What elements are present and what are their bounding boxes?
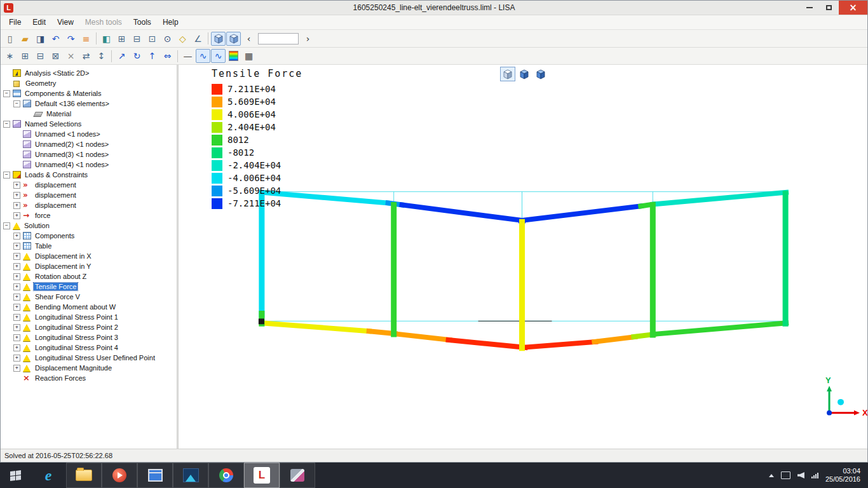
collapse-icon[interactable]: − xyxy=(3,222,10,229)
tree-item-displacement-in-y[interactable]: +Displacement in Y xyxy=(1,261,177,271)
graphics-app-icon[interactable] xyxy=(280,463,315,488)
tree-item-longitudinal-stress-point-3[interactable]: +Longitudinal Stress Point 3 xyxy=(1,332,177,342)
list-button[interactable]: ≡ xyxy=(79,32,93,46)
zoom-button[interactable]: ⊙ xyxy=(160,32,175,46)
app-window-icon[interactable] xyxy=(137,463,173,488)
tree-item-displacement-magnitude[interactable]: +Displacement Magnitude xyxy=(1,363,177,373)
tree-item-named-selections[interactable]: −Named Selections xyxy=(1,119,177,129)
tree-item-table[interactable]: +Table xyxy=(1,241,177,251)
expand-icon[interactable]: + xyxy=(13,192,20,199)
tree-item-unnamed-4[interactable]: Unnamed(4) <1 nodes> xyxy=(1,159,177,170)
fit-view-button[interactable]: ◇ xyxy=(175,32,190,46)
expand-icon[interactable]: + xyxy=(13,334,20,341)
collapse-icon[interactable]: − xyxy=(3,172,10,179)
zoom-window-button[interactable]: ⊡ xyxy=(145,32,159,46)
minimize-button[interactable] xyxy=(799,1,819,15)
tree-item-displacement-in-x[interactable]: +Displacement in X xyxy=(1,251,177,261)
network-icon[interactable] xyxy=(781,471,790,479)
tree-item-analysis[interactable]: Analysis <Static 2D> xyxy=(1,68,177,78)
tree-item-longitudinal-stress-user-defined-point[interactable]: +Longitudinal Stress User Defined Point xyxy=(1,353,177,363)
expand-icon[interactable]: + xyxy=(13,314,20,321)
collapse-icon[interactable]: − xyxy=(13,100,20,107)
lisa-icon[interactable]: L xyxy=(244,463,280,488)
menu-tools[interactable]: Tools xyxy=(128,15,157,29)
expand-icon[interactable]: + xyxy=(13,273,20,280)
tree-item-unnamed-3[interactable]: Unnamed(3) <1 nodes> xyxy=(1,149,177,159)
perspective-view-button[interactable] xyxy=(533,67,548,81)
add-node-button[interactable]: ⊞ xyxy=(114,32,129,46)
node-tool-button[interactable]: ∗ xyxy=(3,49,17,63)
contour-shaded-button[interactable]: ∿ xyxy=(211,49,226,63)
contour-lines-button[interactable]: ∿ xyxy=(196,49,210,63)
tree-item-longitudinal-stress-point-2[interactable]: +Longitudinal Stress Point 2 xyxy=(1,322,177,332)
tree-item-geometry[interactable]: Geometry xyxy=(1,78,177,88)
chrome-icon[interactable] xyxy=(208,463,244,488)
xy-view-button[interactable] xyxy=(500,67,515,81)
expand-icon[interactable]: + xyxy=(13,233,20,240)
expand-icon[interactable]: + xyxy=(13,283,20,290)
internet-explorer-icon[interactable]: e xyxy=(31,463,66,488)
new-file-button[interactable]: ▯ xyxy=(3,32,17,46)
tree-item-displacement-1[interactable]: +displacement xyxy=(1,180,177,190)
measure-button[interactable]: ∠ xyxy=(191,32,205,46)
rotate-tool-button[interactable]: ↻ xyxy=(130,49,144,63)
collapse-icon[interactable]: − xyxy=(3,121,10,128)
expand-icon[interactable]: + xyxy=(13,253,20,260)
menu-view[interactable]: View xyxy=(51,15,79,29)
tree-item-bending-moment-about-w[interactable]: +Bending Moment about W xyxy=(1,302,177,312)
isometric-view-button[interactable] xyxy=(517,67,532,81)
tree-item-longitudinal-stress-point-4[interactable]: +Longitudinal Stress Point 4 xyxy=(1,342,177,353)
tree-item-tensile-force[interactable]: +Tensile Force xyxy=(1,281,177,292)
close-button[interactable] xyxy=(839,1,867,15)
expand-icon[interactable]: + xyxy=(13,344,20,351)
redo-button[interactable]: ↷ xyxy=(64,32,78,46)
expand-icon[interactable]: + xyxy=(13,263,20,270)
next-view-button[interactable]: › xyxy=(301,32,315,46)
align-tool-button[interactable]: ↑ xyxy=(145,49,159,63)
tree-item-solution[interactable]: −Solution xyxy=(1,220,177,231)
save-button[interactable]: ◨ xyxy=(33,32,48,46)
mirror-tool-button[interactable]: ⇄ xyxy=(79,49,93,63)
tree-item-displacement-3[interactable]: +displacement xyxy=(1,200,177,210)
orientation-cube-button[interactable] xyxy=(211,32,226,46)
tray-expand-icon[interactable] xyxy=(769,474,774,477)
tree-item-components[interactable]: +Components xyxy=(1,231,177,241)
tree-item-unnamed-1[interactable]: Unnamed <1 nodes> xyxy=(1,129,177,139)
tree-item-default-elements[interactable]: −Default <136 elements> xyxy=(1,98,177,109)
move-tool-button[interactable]: ↗ xyxy=(114,49,129,63)
signal-icon[interactable] xyxy=(811,472,818,478)
volume-icon[interactable] xyxy=(797,472,804,478)
scale-tool-button[interactable]: ⇔ xyxy=(160,49,175,63)
start-button[interactable] xyxy=(0,463,31,488)
expand-icon[interactable]: + xyxy=(13,212,20,219)
media-player-icon[interactable] xyxy=(102,463,137,488)
tree-item-force[interactable]: +force xyxy=(1,210,177,220)
expand-icon[interactable]: + xyxy=(13,324,20,331)
tree-item-components-materials[interactable]: −Components & Materials xyxy=(1,88,177,98)
shaded-cube-button[interactable] xyxy=(226,32,241,46)
expand-icon[interactable]: + xyxy=(13,243,20,250)
unrefine-mesh-button[interactable]: ⊟ xyxy=(33,49,48,63)
tree-item-loads-constraints[interactable]: −Loads & Constraints xyxy=(1,170,177,180)
tree-item-displacement-2[interactable]: +displacement xyxy=(1,190,177,200)
taskbar-clock[interactable]: 03:04 25/05/2016 xyxy=(825,467,860,484)
menu-file[interactable]: File xyxy=(3,15,27,29)
tree-item-rotation-about-z[interactable]: +Rotation about Z xyxy=(1,271,177,281)
maximize-button[interactable] xyxy=(819,1,839,15)
open-file-button[interactable]: ▰ xyxy=(18,32,32,46)
tree-item-reaction-forces[interactable]: Reaction Forces xyxy=(1,373,177,383)
section-line-button[interactable]: — xyxy=(180,49,195,63)
undo-button[interactable]: ↶ xyxy=(48,32,63,46)
refine-mesh-button[interactable]: ⊞ xyxy=(18,49,32,63)
collapse-icon[interactable]: − xyxy=(3,90,10,97)
color-bands-button[interactable] xyxy=(226,49,241,63)
view-scale-input[interactable] xyxy=(258,33,299,44)
tree-item-longitudinal-stress-point-1[interactable]: +Longitudinal Stress Point 1 xyxy=(1,312,177,322)
expand-icon[interactable]: + xyxy=(13,304,20,311)
model-viewport[interactable]: XY Tensile Force 7.211E+045.609E+044.006… xyxy=(179,65,867,449)
extrude-tool-button[interactable]: ↕ xyxy=(94,49,109,63)
menu-edit[interactable]: Edit xyxy=(27,15,51,29)
expand-icon[interactable]: + xyxy=(13,365,20,372)
face-tool-button[interactable]: ⊠ xyxy=(48,49,63,63)
tree-item-shear-force-v[interactable]: +Shear Force V xyxy=(1,292,177,302)
